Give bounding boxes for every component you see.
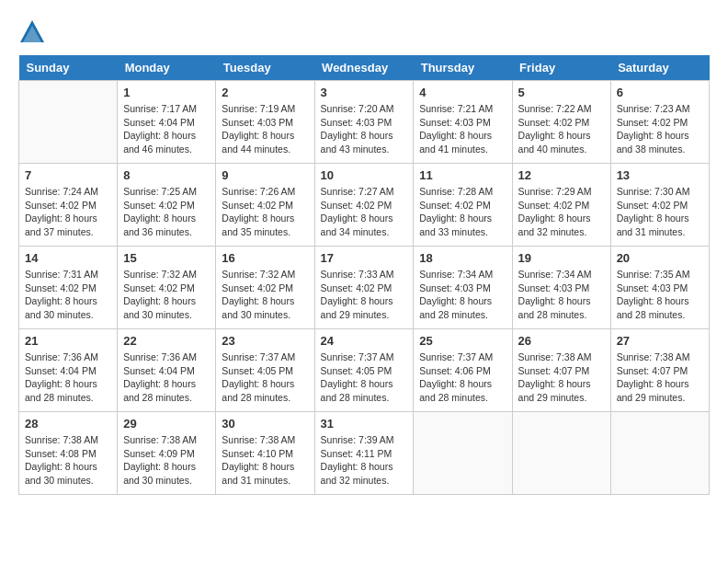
- day-number: 25: [419, 334, 506, 348]
- day-info: Sunrise: 7:38 AM Sunset: 4:07 PM Dayligh…: [518, 350, 605, 405]
- day-info: Sunrise: 7:23 AM Sunset: 4:02 PM Dayligh…: [617, 102, 703, 156]
- day-info: Sunrise: 7:27 AM Sunset: 4:02 PM Dayligh…: [321, 185, 408, 239]
- day-number: 28: [25, 417, 111, 431]
- day-number: 29: [123, 417, 210, 431]
- day-number: 22: [123, 334, 210, 348]
- day-number: 23: [222, 334, 308, 348]
- day-info: Sunrise: 7:32 AM Sunset: 4:02 PM Dayligh…: [123, 268, 210, 322]
- calendar-cell: 24Sunrise: 7:37 AM Sunset: 4:05 PM Dayli…: [314, 329, 414, 412]
- calendar-week-row: 14Sunrise: 7:31 AM Sunset: 4:02 PM Dayli…: [19, 247, 710, 329]
- calendar-cell: 3Sunrise: 7:20 AM Sunset: 4:03 PM Daylig…: [314, 81, 414, 164]
- calendar-cell: 21Sunrise: 7:36 AM Sunset: 4:04 PM Dayli…: [19, 329, 118, 412]
- day-number: 16: [222, 251, 308, 265]
- calendar-cell: 30Sunrise: 7:38 AM Sunset: 4:10 PM Dayli…: [216, 412, 314, 495]
- day-info: Sunrise: 7:32 AM Sunset: 4:02 PM Dayligh…: [222, 268, 308, 322]
- day-number: 14: [25, 251, 111, 265]
- calendar-cell: 11Sunrise: 7:28 AM Sunset: 4:02 PM Dayli…: [414, 164, 512, 247]
- day-number: 18: [419, 251, 506, 265]
- calendar: SundayMondayTuesdayWednesdayThursdayFrid…: [18, 55, 710, 495]
- calendar-cell: 28Sunrise: 7:38 AM Sunset: 4:08 PM Dayli…: [19, 412, 118, 495]
- day-info: Sunrise: 7:17 AM Sunset: 4:04 PM Dayligh…: [123, 102, 210, 156]
- calendar-cell: 8Sunrise: 7:25 AM Sunset: 4:02 PM Daylig…: [118, 164, 216, 247]
- calendar-cell: [512, 412, 610, 495]
- calendar-week-row: 21Sunrise: 7:36 AM Sunset: 4:04 PM Dayli…: [19, 329, 710, 412]
- day-header-sunday: Sunday: [19, 55, 118, 81]
- day-info: Sunrise: 7:33 AM Sunset: 4:02 PM Dayligh…: [321, 268, 408, 322]
- day-info: Sunrise: 7:22 AM Sunset: 4:02 PM Dayligh…: [518, 102, 605, 156]
- day-number: 12: [518, 168, 605, 182]
- calendar-cell: 5Sunrise: 7:22 AM Sunset: 4:02 PM Daylig…: [512, 81, 610, 164]
- day-number: 26: [518, 334, 605, 348]
- calendar-cell: 25Sunrise: 7:37 AM Sunset: 4:06 PM Dayli…: [414, 329, 512, 412]
- calendar-cell: 15Sunrise: 7:32 AM Sunset: 4:02 PM Dayli…: [118, 247, 216, 329]
- page-header: [18, 18, 710, 46]
- calendar-cell: 2Sunrise: 7:19 AM Sunset: 4:03 PM Daylig…: [216, 81, 314, 164]
- day-number: 11: [419, 168, 506, 182]
- day-header-monday: Monday: [118, 55, 216, 81]
- day-header-tuesday: Tuesday: [216, 55, 314, 81]
- day-info: Sunrise: 7:28 AM Sunset: 4:02 PM Dayligh…: [419, 185, 506, 239]
- day-info: Sunrise: 7:34 AM Sunset: 4:03 PM Dayligh…: [518, 268, 605, 322]
- day-number: 27: [617, 334, 703, 348]
- calendar-cell: [610, 412, 709, 495]
- calendar-cell: [414, 412, 512, 495]
- calendar-cell: 17Sunrise: 7:33 AM Sunset: 4:02 PM Dayli…: [314, 247, 414, 329]
- calendar-cell: 22Sunrise: 7:36 AM Sunset: 4:04 PM Dayli…: [118, 329, 216, 412]
- day-number: 1: [123, 86, 210, 99]
- calendar-cell: 23Sunrise: 7:37 AM Sunset: 4:05 PM Dayli…: [216, 329, 314, 412]
- calendar-week-row: 1Sunrise: 7:17 AM Sunset: 4:04 PM Daylig…: [19, 81, 710, 164]
- day-number: 30: [222, 417, 308, 431]
- day-info: Sunrise: 7:21 AM Sunset: 4:03 PM Dayligh…: [419, 102, 506, 156]
- day-number: 31: [321, 417, 408, 431]
- day-header-friday: Friday: [512, 55, 610, 81]
- calendar-cell: 13Sunrise: 7:30 AM Sunset: 4:02 PM Dayli…: [610, 164, 709, 247]
- logo: [18, 18, 50, 46]
- day-number: 7: [25, 168, 111, 182]
- day-number: 15: [123, 251, 210, 265]
- calendar-cell: 16Sunrise: 7:32 AM Sunset: 4:02 PM Dayli…: [216, 247, 314, 329]
- day-number: 19: [518, 251, 605, 265]
- calendar-cell: 14Sunrise: 7:31 AM Sunset: 4:02 PM Dayli…: [19, 247, 118, 329]
- calendar-cell: [19, 81, 118, 164]
- day-info: Sunrise: 7:38 AM Sunset: 4:09 PM Dayligh…: [123, 433, 210, 488]
- day-info: Sunrise: 7:39 AM Sunset: 4:11 PM Dayligh…: [321, 433, 408, 488]
- day-info: Sunrise: 7:34 AM Sunset: 4:03 PM Dayligh…: [419, 268, 506, 322]
- calendar-cell: 20Sunrise: 7:35 AM Sunset: 4:03 PM Dayli…: [610, 247, 709, 329]
- calendar-cell: 1Sunrise: 7:17 AM Sunset: 4:04 PM Daylig…: [118, 81, 216, 164]
- calendar-cell: 29Sunrise: 7:38 AM Sunset: 4:09 PM Dayli…: [118, 412, 216, 495]
- day-info: Sunrise: 7:36 AM Sunset: 4:04 PM Dayligh…: [123, 350, 210, 405]
- calendar-cell: 18Sunrise: 7:34 AM Sunset: 4:03 PM Dayli…: [414, 247, 512, 329]
- day-info: Sunrise: 7:26 AM Sunset: 4:02 PM Dayligh…: [222, 185, 308, 239]
- day-info: Sunrise: 7:19 AM Sunset: 4:03 PM Dayligh…: [222, 102, 308, 156]
- day-info: Sunrise: 7:37 AM Sunset: 4:06 PM Dayligh…: [419, 350, 506, 405]
- day-number: 6: [617, 86, 703, 99]
- calendar-cell: 7Sunrise: 7:24 AM Sunset: 4:02 PM Daylig…: [19, 164, 118, 247]
- day-number: 20: [617, 251, 703, 265]
- calendar-header-row: SundayMondayTuesdayWednesdayThursdayFrid…: [19, 55, 710, 81]
- day-info: Sunrise: 7:25 AM Sunset: 4:02 PM Dayligh…: [123, 185, 210, 239]
- day-number: 4: [419, 86, 506, 99]
- day-number: 21: [25, 334, 111, 348]
- day-number: 2: [222, 86, 308, 99]
- calendar-cell: 12Sunrise: 7:29 AM Sunset: 4:02 PM Dayli…: [512, 164, 610, 247]
- day-info: Sunrise: 7:36 AM Sunset: 4:04 PM Dayligh…: [25, 350, 111, 405]
- day-number: 8: [123, 168, 210, 182]
- logo-icon: [18, 18, 46, 46]
- calendar-cell: 9Sunrise: 7:26 AM Sunset: 4:02 PM Daylig…: [216, 164, 314, 247]
- day-number: 9: [222, 168, 308, 182]
- calendar-cell: 26Sunrise: 7:38 AM Sunset: 4:07 PM Dayli…: [512, 329, 610, 412]
- day-info: Sunrise: 7:24 AM Sunset: 4:02 PM Dayligh…: [25, 185, 111, 239]
- calendar-cell: 10Sunrise: 7:27 AM Sunset: 4:02 PM Dayli…: [314, 164, 414, 247]
- day-number: 13: [617, 168, 703, 182]
- day-info: Sunrise: 7:35 AM Sunset: 4:03 PM Dayligh…: [617, 268, 703, 322]
- calendar-week-row: 28Sunrise: 7:38 AM Sunset: 4:08 PM Dayli…: [19, 412, 710, 495]
- calendar-week-row: 7Sunrise: 7:24 AM Sunset: 4:02 PM Daylig…: [19, 164, 710, 247]
- day-info: Sunrise: 7:20 AM Sunset: 4:03 PM Dayligh…: [321, 102, 408, 156]
- day-number: 24: [321, 334, 408, 348]
- calendar-cell: 4Sunrise: 7:21 AM Sunset: 4:03 PM Daylig…: [414, 81, 512, 164]
- calendar-cell: 19Sunrise: 7:34 AM Sunset: 4:03 PM Dayli…: [512, 247, 610, 329]
- calendar-cell: 27Sunrise: 7:38 AM Sunset: 4:07 PM Dayli…: [610, 329, 709, 412]
- day-info: Sunrise: 7:29 AM Sunset: 4:02 PM Dayligh…: [518, 185, 605, 239]
- day-info: Sunrise: 7:37 AM Sunset: 4:05 PM Dayligh…: [321, 350, 408, 405]
- day-number: 17: [321, 251, 408, 265]
